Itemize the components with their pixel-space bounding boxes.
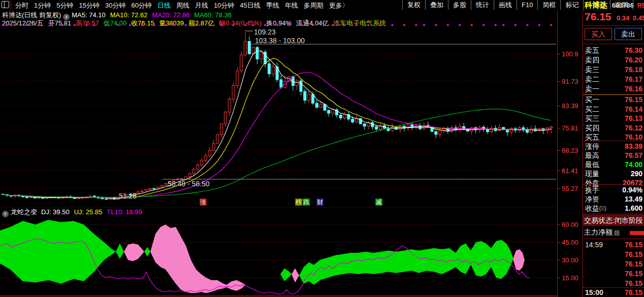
row-label: 买二 xyxy=(585,105,599,114)
stat-row: 收益㈢1.600 xyxy=(583,204,644,213)
row-value: 76.17 xyxy=(625,75,642,83)
row-value: 0.94% xyxy=(622,186,642,194)
indicator-axis-label: 45.00 xyxy=(562,239,578,246)
ask-row-3[interactable]: 卖三76.18 xyxy=(583,65,644,75)
indicator-axis-label: 30.00 xyxy=(562,256,578,264)
price-change: 0.34 xyxy=(617,14,629,22)
ask-row-5[interactable]: 卖五76.30 xyxy=(583,46,644,55)
price-axis-label: 68.23 xyxy=(562,147,578,154)
app-window: 分时1分钟5分钟15分钟30分钟60分钟日线周线月线10分钟45日线季线年线多周… xyxy=(0,0,644,297)
ask-row-2[interactable]: 卖二76.17 xyxy=(583,75,644,84)
price-axis-label: 91.73 xyxy=(562,78,578,85)
row-label: 涨停 xyxy=(585,142,599,151)
row-label: 买一 xyxy=(585,95,599,105)
price-annotation: ←51.28 xyxy=(112,192,137,200)
price-axis-label: 83.39 xyxy=(562,102,578,110)
row-value: 76.16 xyxy=(625,85,642,93)
indicator-header: ∨龙蛇之变DJ: 39.50UJ: 25.85TL10: 18.99 xyxy=(0,207,556,217)
row-label: 现量 xyxy=(585,170,599,179)
price-axis-label: 75.81 xyxy=(562,124,578,132)
panel-separator xyxy=(583,25,644,26)
row-value: 76.15 xyxy=(625,95,642,104)
stat-row: 涨停83.39 xyxy=(583,142,644,151)
row-value: 76.10 xyxy=(625,133,642,141)
tick-row: 14:5976.15 xyxy=(583,241,644,250)
row-value: 1.600 xyxy=(625,204,642,212)
sell-button[interactable]: 卖出 xyxy=(615,28,642,40)
indicator-axis-label: 15.00 xyxy=(562,274,578,282)
tick-separator xyxy=(583,287,644,288)
tick-row: 76.15 xyxy=(583,260,644,270)
ask-row-1[interactable]: 卖一76.16 xyxy=(583,85,644,94)
row-label: 卖二 xyxy=(585,75,599,84)
panel-separator xyxy=(583,44,644,44)
row-label: 卖五 xyxy=(585,46,599,55)
row-value: 83.39 xyxy=(625,142,642,150)
row-label: 卖一 xyxy=(585,85,599,94)
tick-price: 76.15 xyxy=(625,250,642,258)
indicator-legend: DJ: 39.50UJ: 25.85TL10: 18.99 xyxy=(41,208,147,216)
row-value: 76.57 xyxy=(625,151,642,159)
row-label: 最低 xyxy=(585,160,599,170)
panel-left-border xyxy=(583,10,583,297)
stat-row: 换手0.94% xyxy=(583,186,644,195)
stat-row: 最高76.57 xyxy=(583,151,644,160)
indicator-axis-label: 60.00 xyxy=(562,221,578,228)
event-badge-跌[interactable]: 跌 xyxy=(303,199,310,206)
row-value: 13.49 xyxy=(625,195,642,203)
tick-price: 76.15 xyxy=(625,279,642,287)
chevron-down-icon[interactable]: ∨ xyxy=(2,211,9,217)
indicator-legend-item: TL10: 18.99 xyxy=(107,208,142,216)
row-value: 76.13 xyxy=(625,114,642,122)
row-label: 净资 xyxy=(585,195,599,204)
stat-row: 现量290 xyxy=(583,170,644,179)
row-label: 最高 xyxy=(585,151,599,160)
ask-row-4[interactable]: 卖四76.20 xyxy=(583,56,644,65)
main-flow-label[interactable]: 主力净额▤ xyxy=(584,228,620,237)
price-annotation: 58.49 - 58.50 xyxy=(168,180,210,188)
price-annotation: 103.38 - 103.00 xyxy=(255,37,305,45)
tick-row: 15:0076.15 xyxy=(583,288,644,297)
panel-separator xyxy=(583,94,644,95)
row-label: 买三 xyxy=(585,114,599,123)
tick-row: 76.15 xyxy=(583,270,644,279)
last-price: 76.15 xyxy=(585,11,611,23)
event-badge-减[interactable]: 减 xyxy=(375,199,382,206)
row-value: 76.20 xyxy=(625,56,642,64)
tick-price: 76.15 xyxy=(625,270,642,278)
panel-separator xyxy=(583,239,644,239)
panel-separator xyxy=(583,184,644,185)
buy-button[interactable]: 买入 xyxy=(585,28,612,40)
tick-time: 14:59 xyxy=(585,241,603,249)
tick-price: 76.15 xyxy=(625,288,642,296)
panel-separator xyxy=(583,141,644,141)
bid-row-4[interactable]: 买四76.12 xyxy=(583,124,644,133)
tick-row: 76.15 xyxy=(583,250,644,260)
indicator-legend-item: DJ: 39.50 xyxy=(41,208,70,216)
stat-row: 最低74.00 xyxy=(583,160,644,170)
toolbar-item-标记[interactable]: 标记 xyxy=(560,0,583,10)
event-badge-涨[interactable]: 涨 xyxy=(200,199,207,206)
chart-right-border xyxy=(557,10,558,297)
list-icon: ▤ xyxy=(614,229,620,236)
row-value: 74.00 xyxy=(625,160,642,169)
price-axis-label: 55.27 xyxy=(562,185,578,192)
price-annotation: 109.23 xyxy=(254,28,276,36)
tick-price: 76.15 xyxy=(625,241,642,249)
trading-status: 交易状态:闭市阶段 xyxy=(583,215,644,226)
panel-separator xyxy=(583,214,644,214)
row-value: 76.14 xyxy=(625,105,642,113)
bid-row-2[interactable]: 买二76.14 xyxy=(583,105,644,114)
row-value: 76.12 xyxy=(625,124,642,132)
event-badge-榜[interactable]: 榜 xyxy=(295,199,302,206)
row-label: 换手 xyxy=(585,186,599,195)
row-value: 76.30 xyxy=(625,46,642,54)
bid-row-3[interactable]: 买三76.13 xyxy=(583,114,644,123)
price-change-pct: 0.45% xyxy=(633,14,644,22)
indicator-name: 龙蛇之变 xyxy=(11,208,37,216)
event-badge-财[interactable]: 财 xyxy=(316,199,324,206)
price-axis-label: 100.9 xyxy=(562,50,578,58)
main-flow-bar xyxy=(630,231,644,235)
tick-time: 15:00 xyxy=(585,288,603,296)
bid-row-1[interactable]: 买一76.15 xyxy=(583,95,644,105)
